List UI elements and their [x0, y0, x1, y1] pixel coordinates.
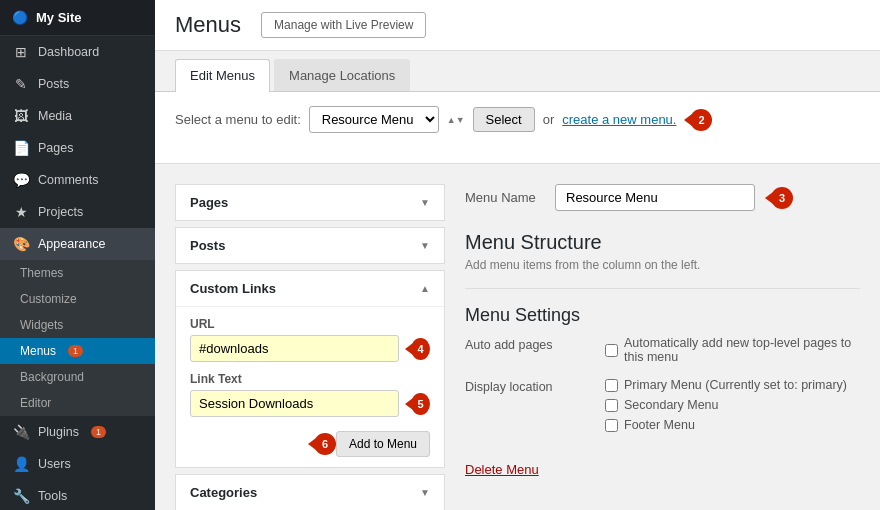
accordion-posts: Posts ▼ — [175, 227, 445, 264]
tab-manage-locations[interactable]: Manage Locations — [274, 59, 410, 91]
sidebar-item-comments[interactable]: 💬 Comments — [0, 164, 155, 196]
pages-icon: 📄 — [12, 140, 30, 156]
create-new-menu-link[interactable]: create a new menu. — [562, 112, 676, 127]
add-menu-row: Add to Menu 6 — [190, 427, 430, 457]
tab-edit-menus[interactable]: Edit Menus — [175, 59, 270, 92]
sidebar-item-menus[interactable]: Menus 1 — [0, 338, 155, 364]
accordion-pages: Pages ▼ — [175, 184, 445, 221]
tools-icon: 🔧 — [12, 488, 30, 504]
menu-name-input[interactable] — [555, 184, 755, 211]
auto-add-checkbox-row: Automatically add new top-level pages to… — [605, 336, 860, 364]
link-text-field-row: Link Text 5 — [190, 372, 430, 417]
content-area: Pages ▼ Posts ▼ Custom Links ▲ — [155, 164, 880, 510]
main-header: Menus Manage with Live Preview — [155, 0, 880, 51]
sidebar-item-projects[interactable]: ★ Projects — [0, 196, 155, 228]
footer-menu-label: Footer Menu — [624, 418, 695, 432]
chevron-up-icon: ▲ — [420, 283, 430, 294]
step-4-badge: 4 — [411, 338, 430, 360]
projects-icon: ★ — [12, 204, 30, 220]
sidebar-item-widgets[interactable]: Widgets — [0, 312, 155, 338]
link-text-input[interactable] — [190, 390, 399, 417]
left-panel: Pages ▼ Posts ▼ Custom Links ▲ — [175, 184, 445, 510]
menu-structure-title: Menu Structure — [465, 231, 860, 254]
select-menu-row: Select a menu to edit: Resource Menu ▲▼ … — [175, 92, 860, 147]
sidebar-item-tools[interactable]: 🔧 Tools — [0, 480, 155, 510]
auto-add-label: Auto add pages — [465, 336, 595, 352]
sidebar-item-posts[interactable]: ✎ Posts — [0, 68, 155, 100]
menu-select-dropdown[interactable]: Resource Menu — [309, 106, 439, 133]
secondary-menu-label: Secondary Menu — [624, 398, 719, 412]
main-area: Menus Manage with Live Preview Edit Menu… — [155, 0, 880, 510]
primary-menu-row: Primary Menu (Currently set to: primary) — [605, 378, 847, 392]
menus-badge: 1 — [68, 345, 83, 357]
primary-menu-label: Primary Menu (Currently set to: primary) — [624, 378, 847, 392]
live-preview-button[interactable]: Manage with Live Preview — [261, 12, 426, 38]
display-location-label: Display location — [465, 378, 595, 394]
appearance-icon: 🎨 — [12, 236, 30, 252]
accordion-custom-links-body: URL 4 Link Text 5 Add — [176, 306, 444, 467]
url-label: URL — [190, 317, 430, 331]
step-6-badge: 6 — [314, 433, 336, 455]
display-location-row: Display location Primary Menu (Currently… — [465, 378, 860, 438]
chevron-down-icon: ▼ — [420, 240, 430, 251]
appearance-submenu: Themes Customize Widgets Menus 1 Backgro… — [0, 260, 155, 416]
sidebar: 🔵 My Site ⊞ Dashboard ✎ Posts 🖼 Media 📄 … — [0, 0, 155, 510]
select-menu-label: Select a menu to edit: — [175, 112, 301, 127]
sidebar-item-plugins[interactable]: 🔌 Plugins 1 — [0, 416, 155, 448]
step-3-badge: 3 — [771, 187, 793, 209]
menu-settings-title: Menu Settings — [465, 305, 860, 326]
sidebar-item-dashboard[interactable]: ⊞ Dashboard — [0, 36, 155, 68]
or-text: or — [543, 112, 555, 127]
select-arrows: ▲▼ — [447, 115, 465, 125]
sidebar-item-editor[interactable]: Editor — [0, 390, 155, 416]
accordion-pages-header[interactable]: Pages ▼ — [176, 185, 444, 220]
accordion-custom-links-header[interactable]: Custom Links ▲ — [176, 271, 444, 306]
plugins-icon: 🔌 — [12, 424, 30, 440]
menu-name-row: Menu Name 3 — [465, 184, 860, 211]
sidebar-logo: 🔵 My Site — [0, 0, 155, 36]
auto-add-options: Automatically add new top-level pages to… — [605, 336, 860, 370]
tab-bar: Edit Menus Manage Locations — [155, 51, 880, 92]
link-text-label: Link Text — [190, 372, 430, 386]
sidebar-item-themes[interactable]: Themes — [0, 260, 155, 286]
display-location-options: Primary Menu (Currently set to: primary)… — [605, 378, 847, 438]
footer-menu-row: Footer Menu — [605, 418, 847, 432]
delete-menu-link[interactable]: Delete Menu — [465, 462, 539, 477]
accordion-categories-header[interactable]: Categories ▼ — [176, 475, 444, 510]
posts-icon: ✎ — [12, 76, 30, 92]
chevron-down-icon: ▼ — [420, 487, 430, 498]
menu-structure-desc: Add menu items from the column on the le… — [465, 258, 860, 272]
auto-add-checkbox[interactable] — [605, 344, 618, 357]
right-panel: Menu Name 3 Menu Structure Add menu item… — [465, 184, 860, 510]
step-2-badge: 2 — [690, 109, 712, 131]
plugins-badge: 1 — [91, 426, 106, 438]
dashboard-icon: ⊞ — [12, 44, 30, 60]
primary-menu-checkbox[interactable] — [605, 379, 618, 392]
footer-menu-checkbox[interactable] — [605, 419, 618, 432]
select-button[interactable]: Select — [473, 107, 535, 132]
sidebar-item-users[interactable]: 👤 Users — [0, 448, 155, 480]
accordion-posts-header[interactable]: Posts ▼ — [176, 228, 444, 263]
secondary-menu-row: Secondary Menu — [605, 398, 847, 412]
url-input[interactable] — [190, 335, 399, 362]
users-icon: 👤 — [12, 456, 30, 472]
step-5-badge: 5 — [411, 393, 430, 415]
sidebar-item-customize[interactable]: Customize — [0, 286, 155, 312]
sidebar-item-background[interactable]: Background — [0, 364, 155, 390]
sidebar-item-media[interactable]: 🖼 Media — [0, 100, 155, 132]
sidebar-item-pages[interactable]: 📄 Pages — [0, 132, 155, 164]
comments-icon: 💬 — [12, 172, 30, 188]
menu-name-label: Menu Name — [465, 190, 545, 205]
sidebar-item-appearance[interactable]: 🎨 Appearance — [0, 228, 155, 260]
auto-add-desc: Automatically add new top-level pages to… — [624, 336, 860, 364]
chevron-down-icon: ▼ — [420, 197, 430, 208]
url-field-row: URL 4 — [190, 317, 430, 362]
page-title: Menus — [175, 12, 241, 38]
auto-add-row: Auto add pages Automatically add new top… — [465, 336, 860, 370]
secondary-menu-checkbox[interactable] — [605, 399, 618, 412]
accordion-categories: Categories ▼ — [175, 474, 445, 510]
add-to-menu-button[interactable]: Add to Menu — [336, 431, 430, 457]
media-icon: 🖼 — [12, 108, 30, 124]
wp-icon: 🔵 — [12, 10, 28, 25]
accordion-custom-links: Custom Links ▲ URL 4 Link Text — [175, 270, 445, 468]
